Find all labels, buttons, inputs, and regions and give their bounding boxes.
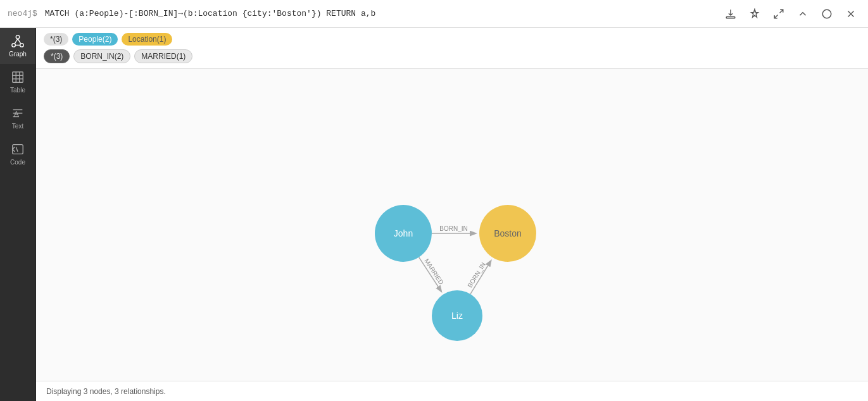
collapse-button[interactable] <box>793 4 812 23</box>
svg-line-22 <box>16 147 18 151</box>
svg-point-8 <box>20 44 23 47</box>
filter-bar: *(3) People(2) Location(1) *(3) BORN_IN(… <box>36 28 868 69</box>
status-bar: Displaying 3 nodes, 3 relationships. <box>36 381 868 401</box>
svg-text:John: John <box>394 228 413 238</box>
svg-line-9 <box>15 39 18 43</box>
badge-people[interactable]: People(2) <box>72 33 118 46</box>
badge-all-nodes[interactable]: *(3) <box>44 33 68 46</box>
download-button[interactable] <box>721 4 740 23</box>
svg-point-3 <box>822 9 831 18</box>
query-bar: neo4j$ MATCH (a:People)-[:BORN_IN]→(b:Lo… <box>8 9 375 18</box>
sidebar-label-code: Code <box>10 159 25 166</box>
main-layout: Graph Table A <box>0 28 868 401</box>
svg-text:BORN_IN: BORN_IN <box>439 225 467 232</box>
graph-canvas[interactable]: BORN_INMARRIEDBORN_INJohnBostonLiz <box>36 69 868 381</box>
app-container: neo4j$ MATCH (a:People)-[:BORN_IN]→(b:Lo… <box>0 0 868 401</box>
badge-location[interactable]: Location(1) <box>122 33 172 46</box>
top-bar: neo4j$ MATCH (a:People)-[:BORN_IN]→(b:Lo… <box>0 0 868 28</box>
filter-row-edges: *(3) BORN_IN(2) MARRIED(1) <box>44 49 860 63</box>
sidebar-item-text[interactable]: A Text <box>0 100 35 136</box>
svg-text:A: A <box>14 109 20 119</box>
node-boston[interactable]: Boston <box>479 205 536 262</box>
svg-text:Boston: Boston <box>494 228 522 238</box>
expand-button[interactable] <box>769 4 788 23</box>
badge-born-in[interactable]: BORN_IN(2) <box>73 49 130 63</box>
sidebar-label-text: Text <box>12 123 23 130</box>
sidebar-item-table[interactable]: Table <box>0 64 35 100</box>
sidebar: Graph Table A <box>0 28 36 401</box>
svg-text:MARRIED: MARRIED <box>423 257 444 286</box>
svg-line-1 <box>780 9 783 13</box>
content-area: *(3) People(2) Location(1) *(3) BORN_IN(… <box>36 28 868 401</box>
status-text: Displaying 3 nodes, 3 relationships. <box>46 387 166 396</box>
svg-rect-0 <box>726 16 735 18</box>
svg-point-6 <box>16 35 20 39</box>
badge-all-edges[interactable]: *(3) <box>44 49 70 63</box>
sidebar-item-graph[interactable]: Graph <box>0 28 35 64</box>
svg-rect-12 <box>13 72 23 83</box>
sidebar-item-code[interactable]: Code <box>0 136 35 172</box>
node-john[interactable]: John <box>375 205 432 262</box>
svg-line-10 <box>18 39 21 43</box>
sidebar-label-graph: Graph <box>9 51 27 58</box>
close-button[interactable] <box>841 4 860 23</box>
node-liz[interactable]: Liz <box>432 290 482 341</box>
svg-point-7 <box>12 44 16 47</box>
graph-svg: BORN_INMARRIEDBORN_INJohnBostonLiz <box>36 69 868 381</box>
filter-row-nodes: *(3) People(2) Location(1) <box>44 33 860 46</box>
pin-button[interactable] <box>745 4 764 23</box>
toolbar-actions <box>721 4 860 23</box>
svg-rect-21 <box>13 145 23 154</box>
badge-married[interactable]: MARRIED(1) <box>134 49 192 63</box>
svg-text:Liz: Liz <box>451 311 463 321</box>
query-text: MATCH (a:People)-[:BORN_IN]→(b:Location … <box>45 9 376 18</box>
sidebar-label-table: Table <box>10 87 25 94</box>
svg-line-2 <box>774 15 777 18</box>
query-prompt: neo4j$ <box>8 9 37 18</box>
refresh-button[interactable] <box>817 4 836 23</box>
